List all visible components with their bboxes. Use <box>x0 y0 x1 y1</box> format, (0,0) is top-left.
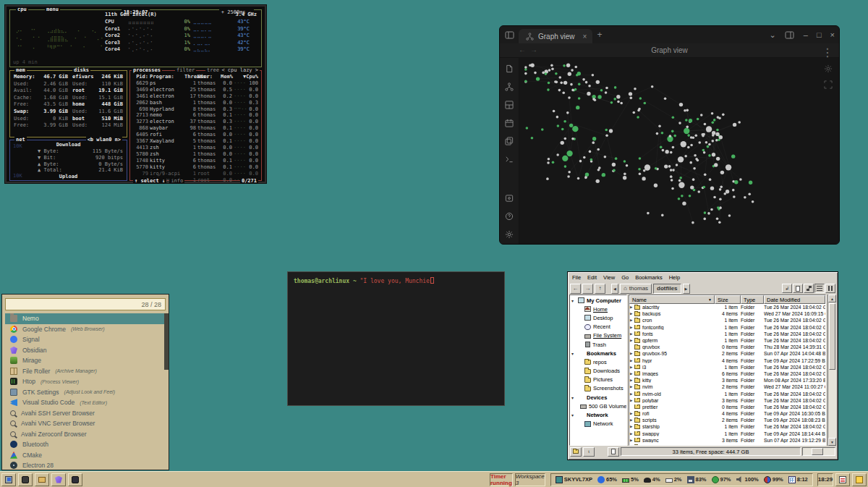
row-expander-icon[interactable]: ▶ <box>629 339 634 342</box>
sidebar-tree-item[interactable]: ▾ Bookmarks <box>571 349 626 357</box>
file-row[interactable]: ▶ swappy 1 item Folder Tue 09 Apr 2024 1… <box>629 431 825 437</box>
tray-item[interactable]: 83% <box>687 476 707 483</box>
file-row[interactable]: ▶ images 6 items Folder Tue 26 Mar 2024 … <box>629 370 825 377</box>
launcher-item[interactable]: Avahi SSH Server Browser <box>5 408 166 419</box>
menu-item[interactable]: Help <box>669 274 680 281</box>
launcher-item[interactable]: Obsidian <box>5 345 166 356</box>
process-select-control[interactable]: ↑ select ↓ <box>133 178 166 184</box>
col-mem[interactable]: Mem% <box>221 74 232 80</box>
column-header-date[interactable]: Date Modified <box>764 295 825 304</box>
file-row[interactable]: ▶ gruvbox-95 2 items Folder Sun 07 Apr 2… <box>629 350 825 357</box>
tree-expander-icon[interactable]: ▾ <box>571 412 576 418</box>
menu-item[interactable]: Edit <box>587 274 597 281</box>
process-row[interactable]: 3273 electron 37 thomas 0.3 ···· 0.0 <box>130 119 261 125</box>
btop-net-tab[interactable]: net <box>14 137 27 143</box>
launcher-button[interactable] <box>35 473 49 486</box>
file-row[interactable]: ▶ nvim-old 1 item Folder Tue 26 Mar 2024… <box>629 390 825 397</box>
sidebar-tree-item[interactable]: Desktop <box>571 313 626 322</box>
file-row[interactable]: ▶ kitty 3 items Folder Mon 08 Apr 2024 1… <box>629 377 825 384</box>
graph-expand-icon[interactable] <box>823 80 833 90</box>
btop-mem-tab[interactable]: mem <box>14 67 27 73</box>
file-row[interactable]: ▶ scripts 2 items Folder Tue 09 Apr 2024… <box>629 417 825 423</box>
launcher-item[interactable]: Bluetooth <box>5 439 166 450</box>
sidebar-tree-item[interactable]: 500 GB Volume <box>571 402 626 410</box>
row-expander-icon[interactable]: ▶ <box>629 392 634 396</box>
new-tab-button[interactable]: + <box>597 30 602 40</box>
launcher-scrollbar[interactable] <box>164 313 169 370</box>
row-expander-icon[interactable]: ▶ <box>629 378 634 382</box>
back-button[interactable]: ← <box>570 284 581 294</box>
up-button[interactable]: ↑ <box>595 284 605 294</box>
sidebar-tree-item[interactable]: Pictures <box>571 376 626 384</box>
tray-item[interactable]: 99% <box>764 476 783 483</box>
hscrollbar-thumb[interactable] <box>812 448 823 455</box>
file-row[interactable]: ▶ alacritty 1 item Folder Tue 26 Mar 202… <box>629 304 825 310</box>
process-row[interactable]: 1748 kitty 6 thomas 0.1 ···· 0.0 <box>130 158 261 164</box>
horizontal-scrollbar[interactable] <box>802 447 835 456</box>
show-sidepane-button[interactable] <box>570 447 582 457</box>
tree-expander-icon[interactable]: ▾ <box>571 298 576 303</box>
process-row[interactable]: 4413 zsh 1 thomas 0.0 ···· 0.0 <box>130 145 261 151</box>
column-header-name[interactable]: Name▼ <box>629 295 715 304</box>
sidebar-tree-item[interactable]: Screenshots <box>571 384 626 393</box>
process-row[interactable]: 6629 ps 1 thomas 0.0 ···· 100 <box>130 80 261 87</box>
launcher-item[interactable]: Htop (Process Viewer) <box>5 376 166 387</box>
file-row[interactable]: ▶ rofi 4 items Folder Tue 09 Apr 2024 16… <box>629 410 825 417</box>
compact-view-button[interactable] <box>825 284 835 293</box>
btop-menu-button[interactable]: menu <box>45 7 60 12</box>
process-row[interactable]: 5780 zsh 1 thomas 0.0 ···· 0.0 <box>130 151 261 158</box>
process-row[interactable]: 5770 kitty 6 thomas 0.1 ···· 0.0 <box>130 164 261 171</box>
file-row[interactable]: ▶ starship 1 item Folder Tue 26 Mar 2024… <box>629 423 825 430</box>
process-tree-button[interactable]: tree <box>205 67 221 73</box>
scrollbar-thumb[interactable] <box>829 303 835 370</box>
row-expander-icon[interactable]: ▶ <box>629 385 634 389</box>
file-row[interactable]: ▶ gpferm 1 item Folder Tue 26 Mar 2024 1… <box>629 337 825 344</box>
tray-item[interactable]: 2% <box>665 476 682 483</box>
tree-expander-icon[interactable]: ▾ <box>571 351 576 356</box>
process-row[interactable]: 79 irq/9-acpi 1 root 0.0 ···· 0.0 <box>130 171 261 177</box>
file-row[interactable]: ▶ backups 4 items Folder Wed 27 Mar 2024… <box>629 310 825 317</box>
tray-item[interactable]: SKYVL7XP <box>556 476 592 483</box>
row-expander-icon[interactable]: ▶ <box>629 425 634 428</box>
launcher-button[interactable] <box>1 473 16 486</box>
sidebar-toggle-icon[interactable] <box>504 30 514 40</box>
sidebar-tree-item[interactable]: Trash <box>571 340 626 349</box>
launcher-item[interactable]: Avahi Zeroconf Browser <box>5 429 166 440</box>
canvas-icon[interactable] <box>504 100 514 110</box>
launcher-button[interactable] <box>18 473 33 486</box>
column-header-size[interactable]: Size <box>715 295 741 304</box>
btop-cpu-tab[interactable]: cpu <box>16 7 28 12</box>
graph-canvas[interactable] <box>519 58 839 244</box>
row-expander-icon[interactable]: ▶ <box>629 312 634 316</box>
row-expander-icon[interactable]: ▶ <box>629 418 634 422</box>
process-row[interactable]: 698 Hyprland 8 thomas 0.3 ⠒⠒·· 0.0 <box>130 106 261 113</box>
row-expander-icon[interactable]: ▶ <box>629 412 634 415</box>
process-row[interactable]: 868 waybar 98 thomas 0.1 ···· 0.0 <box>130 125 261 132</box>
processes-tab[interactable]: processes <box>132 67 162 73</box>
row-expander-icon[interactable]: ▶ <box>629 432 634 436</box>
file-row[interactable]: ▶ fontconfig 1 item Folder Tue 26 Mar 20… <box>629 324 825 331</box>
row-expander-icon[interactable]: ▶ <box>629 318 634 322</box>
launcher-item[interactable]: File Roller (Archive Manager) <box>5 366 166 377</box>
sidebar-tree-item[interactable]: ▾ Devices <box>571 393 626 402</box>
file-row[interactable]: ▶ systemd 1 item Folder Tue 26 Mar 2024 … <box>629 444 825 445</box>
sidebar-tree-item[interactable]: Home <box>571 305 626 313</box>
launcher-item[interactable]: Visual Studio Code (Text Editor) <box>5 397 166 408</box>
launcher-item[interactable]: Electron 28 <box>5 460 166 471</box>
launcher-button[interactable] <box>51 473 66 486</box>
process-info-control[interactable]: info <box>169 178 184 184</box>
process-row[interactable]: 2713 nemo 6 thomas 0.1 ···· 0.0 <box>130 112 261 119</box>
tab-graph-view[interactable]: Graph view × <box>519 29 592 43</box>
tray-item[interactable]: 8:12 <box>788 476 808 483</box>
row-expander-icon[interactable]: ▶ <box>629 365 634 369</box>
quick-switcher-icon[interactable] <box>504 64 514 74</box>
workspace-indicator[interactable]: Workspace 3 <box>515 473 545 486</box>
sidebar-tree-item[interactable]: ▾ My Computer <box>571 296 626 305</box>
file-row[interactable]: ▶ hypr 4 items Folder Tue 09 Apr 2024 17… <box>629 357 825 364</box>
path-scroll-left-button[interactable]: ◀ <box>611 284 618 294</box>
process-row[interactable]: 2062 bash 1 thomas 0.0 ···· 0.3 <box>130 100 261 106</box>
sidebar-tree-item[interactable]: Downloads <box>571 367 626 376</box>
tray-app-button[interactable] <box>835 473 850 486</box>
icon-view-button[interactable] <box>804 284 814 293</box>
command-palette-icon[interactable] <box>504 154 514 164</box>
